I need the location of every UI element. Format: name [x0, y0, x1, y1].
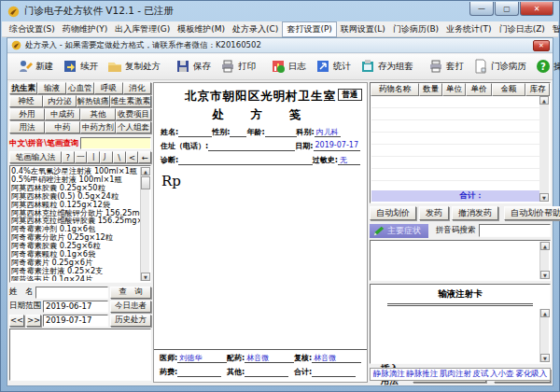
patient-history-listbox[interactable] — [9, 329, 151, 381]
table-row[interactable] — [371, 120, 539, 133]
menu-item[interactable]: 门诊病历(B) — [389, 22, 442, 36]
存为组套-toolbar-button[interactable]: 存为组套 — [356, 57, 418, 77]
操作帮助-toolbar-button[interactable]: ?操作帮助 — [531, 57, 560, 77]
diagnosis-field[interactable] — [178, 156, 313, 165]
menu-item[interactable]: 套打设置(P) — [282, 21, 336, 37]
charge-table-body[interactable] — [371, 96, 539, 190]
column-header-2[interactable]: 数量 — [419, 83, 442, 96]
category-tab[interactable]: 外用 — [9, 108, 45, 120]
column-header-4[interactable]: 单价 — [466, 83, 492, 96]
child-title-bar[interactable]: 处方录入 - 如果需要定做处方格式，请联系作者微信：K20160502 ✕ — [7, 38, 553, 53]
category-tab[interactable]: 中药方剂 — [80, 121, 116, 133]
menu-item[interactable]: 处方录入(C) — [229, 22, 282, 36]
category-tab[interactable]: 内分泌 — [43, 95, 77, 107]
patient-name-input[interactable] — [35, 287, 109, 299]
column-header-6[interactable]: 库存 — [525, 83, 550, 96]
stroke-button[interactable]: 丨 — [87, 151, 100, 163]
maximize-button[interactable]: ▢ — [495, 2, 519, 16]
symptoms-scrollbar[interactable]: ▲ ▼ — [539, 242, 549, 279]
date-to-input[interactable]: 2019-07-17 — [43, 315, 108, 327]
scrollbar-thumb[interactable] — [141, 176, 150, 189]
age-field[interactable] — [265, 128, 297, 137]
category-tab[interactable]: 其他 — [80, 108, 116, 120]
stroke-button[interactable]: ← — [138, 151, 151, 163]
title-bar[interactable]: 门诊电子处方软件 V12.1 - 已注册 — ▢ ✕ — [1, 1, 559, 21]
续开-toolbar-button[interactable]: 续开 — [58, 57, 103, 77]
column-header-1[interactable]: 药物名称 — [371, 83, 419, 96]
allergy-field-value[interactable]: 无 — [338, 155, 360, 165]
drug-list-scrollbar[interactable]: ▲ ▼ — [140, 167, 149, 281]
category-tab[interactable]: 心血管 — [66, 82, 94, 94]
category-tab[interactable]: 用法 — [9, 121, 45, 133]
usage-link[interactable]: 入小壶 — [490, 369, 514, 380]
category-tab[interactable]: 解热镇痛 — [77, 95, 110, 107]
menu-item[interactable]: 业务统计(T) — [442, 22, 496, 36]
scroll-down-icon[interactable]: ▼ — [539, 193, 549, 202]
scroll-up-icon[interactable]: ▲ — [540, 242, 550, 250]
column-header-5[interactable]: 金额 — [492, 83, 525, 96]
scroll-down-icon[interactable]: ▼ — [141, 273, 150, 281]
child-close-button[interactable]: ✕ — [533, 40, 550, 51]
scroll-up-icon[interactable]: ▲ — [141, 167, 150, 175]
category-tab[interactable]: 消化 — [123, 82, 151, 94]
category-tab[interactable]: 个人组套 — [116, 121, 151, 133]
drug-search-input[interactable] — [80, 137, 151, 149]
dept-field-value[interactable]: 内儿科 — [315, 127, 341, 137]
scroll-down-icon[interactable]: ▼ — [540, 354, 550, 362]
date-field-value[interactable]: 2019-07-17 — [314, 141, 361, 151]
category-tab[interactable]: 维生素激素 — [110, 95, 152, 107]
table-row[interactable] — [371, 133, 539, 145]
套打-toolbar-button[interactable]: 套打 — [424, 57, 469, 77]
新建-toolbar-button[interactable]: 新建 — [13, 57, 58, 77]
stroke-button[interactable]: 丿 — [100, 151, 113, 163]
复制处方-toolbar-button[interactable]: 复制处方 — [103, 57, 165, 77]
menu-item[interactable]: 模板维护(M) — [174, 22, 229, 36]
table-row[interactable] — [371, 181, 539, 190]
category-tab[interactable]: 中成药 — [45, 108, 80, 120]
patient-name-field[interactable] — [178, 128, 212, 137]
usage-link[interactable]: 皮试 — [473, 369, 489, 380]
保存-toolbar-button[interactable]: 保存 — [171, 57, 216, 77]
menu-item[interactable]: 出入库管理(G) — [111, 22, 174, 36]
usage-link[interactable]: 雾化吸入 — [515, 369, 547, 380]
usage-link[interactable]: 肌肉注射 — [440, 369, 471, 380]
prescription-type-badge[interactable]: 普通 — [338, 89, 362, 101]
日志-toolbar-button[interactable]: 日志 — [266, 57, 311, 77]
table-row[interactable] — [371, 157, 539, 169]
menu-item[interactable]: 综合设置(S) — [6, 22, 59, 36]
main-symptoms-tab[interactable]: 主要症状 — [370, 224, 428, 238]
total-field[interactable] — [312, 368, 356, 377]
date-from-input[interactable]: 2019-06-17 — [43, 301, 108, 313]
撤消发药-button[interactable]: 撤消发药 — [452, 206, 498, 220]
category-tab[interactable]: 中药 — [45, 121, 80, 133]
stroke-button[interactable]: \ — [113, 151, 126, 163]
address-field[interactable] — [208, 142, 295, 151]
usage-link[interactable]: 静脉滴注 — [373, 369, 405, 380]
stroke-button[interactable]: 一 — [75, 151, 88, 163]
drug-listbox[interactable]: 0.4%左氧氟沙星注射液 100ml×1瓶0.5%甲硝唑注射液 100ml×1瓶… — [9, 165, 151, 283]
charge-table-scrollbar[interactable]: ▲ ▼ — [539, 96, 549, 202]
fee-field[interactable] — [177, 368, 221, 377]
query-button[interactable]: 查 询 — [110, 287, 151, 299]
scroll-up-icon[interactable]: ▲ — [539, 96, 549, 105]
category-tab[interactable]: 抗生素 — [9, 82, 37, 94]
menu-item[interactable]: 智能笔画输入法(S) — [549, 22, 560, 36]
自动划价-button[interactable]: 自动划价 — [370, 206, 416, 220]
usage-link[interactable]: 静脉推注 — [406, 369, 438, 380]
infusion-card[interactable]: 输液注射卡 ▲ ▼ — [370, 284, 551, 364]
统计-toolbar-button[interactable]: 统计 — [311, 57, 356, 77]
next-page-button[interactable]: >> — [26, 315, 41, 327]
doctor-value[interactable]: 刘德华 — [177, 353, 227, 363]
stroke-button[interactable]: < — [126, 151, 139, 163]
today-patients-button[interactable]: 今日患者 — [110, 301, 151, 313]
table-row[interactable] — [371, 169, 539, 181]
history-prescription-button[interactable]: 历史处方 — [110, 315, 151, 327]
drug-list-item[interactable]: 阿昔洛韦片 0.1g×24片 — [11, 275, 140, 281]
menu-item[interactable]: 门诊日志(Z) — [496, 22, 549, 36]
infusion-scrollbar[interactable]: ▲ ▼ — [539, 309, 549, 362]
stroke-button[interactable]: ? — [62, 151, 75, 163]
stroke-button[interactable]: 笔画输入法 — [9, 151, 62, 163]
category-tab[interactable]: 收费项目 — [116, 108, 151, 120]
category-tab[interactable]: 输液 — [37, 82, 65, 94]
column-header-3[interactable]: 单位 — [442, 83, 466, 96]
